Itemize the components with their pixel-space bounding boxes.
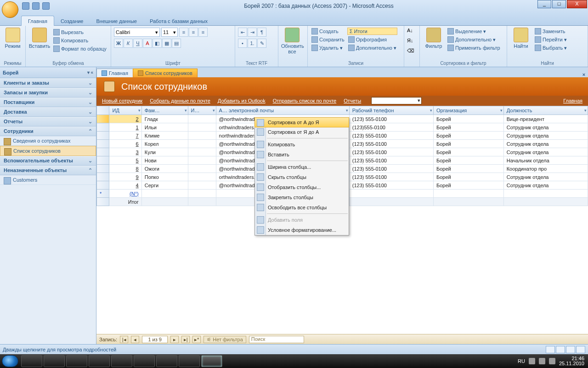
nav-group[interactable]: Поставщики⌄ — [0, 98, 96, 107]
tray-volume-icon[interactable] — [549, 358, 555, 364]
context-menu-item[interactable]: Отобразить столбцы... — [255, 182, 349, 192]
start-button[interactable] — [2, 355, 18, 367]
nav-group[interactable]: Клиенты и заказы⌄ — [0, 78, 96, 88]
redo-icon[interactable] — [42, 2, 50, 10]
taskbar-app4[interactable] — [156, 355, 177, 367]
clock[interactable]: 21:4625.11.2010 — [559, 356, 584, 366]
nav-item[interactable]: Сведения о сотрудниках — [0, 136, 96, 146]
delete-record-button[interactable]: Удалить ▾ — [311, 44, 345, 52]
reports-link[interactable]: Отчеты — [344, 98, 361, 104]
taskbar-media[interactable] — [44, 355, 65, 367]
collect-email-link[interactable]: Собрать данные по почте — [150, 98, 210, 104]
taskbar-app3[interactable] — [134, 355, 155, 367]
select-button[interactable]: Выбрать ▾ — [534, 44, 568, 52]
bold-button[interactable]: Ж — [114, 39, 123, 48]
context-menu-item[interactable]: Сортировка от А до Я — [254, 117, 349, 127]
align-center-icon[interactable]: ≡ — [189, 28, 198, 37]
send-list-link[interactable]: Отправить список по почте — [273, 98, 337, 104]
nav-item[interactable]: Список сотрудников — [0, 146, 96, 156]
underline-button[interactable]: Ч — [133, 39, 142, 48]
minimize-button[interactable]: _ — [537, 0, 551, 8]
refresh-all-button[interactable]: Обновить все — [281, 28, 303, 54]
cut-button[interactable]: Вырезать — [52, 29, 107, 36]
ribbon-tab-home[interactable]: Главная — [21, 16, 54, 26]
advanced-filter-button[interactable]: Дополнительно ▾ — [447, 36, 501, 43]
context-menu-item[interactable]: Копировать — [255, 139, 349, 150]
indent-dec-icon[interactable]: ⇤ — [238, 28, 247, 37]
chevron-left-icon[interactable]: ▾ « — [87, 70, 93, 75]
nav-group[interactable]: Отчеты⌄ — [0, 117, 96, 126]
new-record-nav-button[interactable]: ▸* — [192, 336, 201, 343]
taskbar-word[interactable] — [179, 355, 200, 367]
close-button[interactable]: X — [567, 0, 587, 8]
maximize-button[interactable]: □ — [552, 0, 566, 8]
nav-group[interactable]: Неназначенные объекты⌃ — [0, 166, 96, 175]
context-menu-item[interactable]: Ширина столбца... — [255, 162, 349, 172]
record-position[interactable]: 1 из 9 — [142, 336, 168, 343]
ribbon-tab-external[interactable]: Внешние данные — [90, 16, 143, 26]
nav-group[interactable]: Запасы и закупки⌄ — [0, 88, 96, 98]
save-icon[interactable] — [22, 2, 29, 10]
format-painter-button[interactable]: Формат по образцу — [52, 45, 107, 52]
toggle-filter-button[interactable]: Применить фильтр — [447, 44, 501, 52]
font-name-combo[interactable]: Calibri▾ — [114, 28, 160, 37]
nav-group[interactable]: Сотрудники⌃ — [0, 126, 96, 136]
next-record-button[interactable]: ▸ — [170, 336, 179, 343]
context-menu-item[interactable]: Скрыть столбцы — [255, 172, 349, 182]
nav-group[interactable]: Доставка⌄ — [0, 107, 96, 117]
column-header[interactable]: Организация▾ — [433, 106, 503, 115]
paste-button[interactable]: Вставить — [28, 28, 51, 49]
column-header[interactable]: И…▾ — [188, 106, 216, 115]
clear-sort-icon[interactable]: ⌫ — [407, 48, 418, 57]
numbering-icon[interactable]: 1. — [248, 39, 257, 48]
find-button[interactable]: Найти — [510, 28, 532, 49]
column-header[interactable]: Должность▾ — [503, 106, 588, 115]
altrow-button[interactable]: ▤ — [172, 39, 181, 48]
new-employee-link[interactable]: Новый сотрудник — [102, 98, 142, 104]
column-header[interactable]: А… электронной почты▾ — [216, 106, 349, 115]
gridlines-button[interactable]: ▦ — [162, 39, 171, 48]
ribbon-tab-dbtools[interactable]: Работа с базами данных — [143, 16, 214, 26]
goto-button[interactable]: Перейти ▾ — [534, 36, 568, 43]
context-menu-item[interactable]: Вставить — [255, 150, 349, 160]
tray-icon[interactable] — [529, 358, 535, 364]
prev-record-button[interactable]: ◂ — [131, 336, 139, 343]
layout-view-icon[interactable] — [566, 346, 575, 353]
font-size-combo[interactable]: 11▾ — [161, 28, 178, 37]
undo-icon[interactable] — [32, 2, 40, 10]
last-record-button[interactable]: ▸| — [181, 336, 190, 343]
indent-inc-icon[interactable]: ⇥ — [248, 28, 257, 37]
ltr-icon[interactable]: ¶ — [257, 28, 266, 37]
first-record-button[interactable]: |◂ — [120, 336, 128, 343]
nav-header[interactable]: Борей ▾ « — [0, 67, 96, 78]
view-button[interactable]: Режим — [3, 28, 23, 49]
reports-combo[interactable] — [371, 97, 422, 104]
column-header[interactable]: Рабочий телефон▾ — [349, 106, 433, 115]
search-box[interactable]: Поиск — [249, 336, 304, 343]
spelling-button[interactable]: Орфография — [347, 36, 397, 43]
context-menu-item[interactable]: Освободить все столбцы — [255, 202, 349, 213]
no-filter-indicator[interactable]: ⚟ Нет фильтра — [204, 336, 246, 343]
more-records-button[interactable]: Дополнительно ▾ — [347, 44, 397, 52]
sort-asc-icon[interactable]: А↓ — [407, 28, 418, 37]
home-link[interactable]: Главная — [563, 98, 582, 104]
taskbar-chrome[interactable] — [66, 355, 87, 367]
design-view-icon[interactable] — [576, 346, 585, 353]
save-record-button[interactable]: Сохранить — [311, 36, 345, 43]
nav-item[interactable]: Customers — [0, 175, 96, 185]
doc-tab-home[interactable]: Главная — [96, 69, 133, 77]
doc-tab-employees[interactable]: Список сотрудников — [133, 69, 198, 77]
datasheet-view-icon[interactable] — [556, 346, 565, 353]
context-menu-item[interactable]: Закрепить столбцы — [255, 192, 349, 202]
language-indicator[interactable]: RU — [518, 358, 525, 364]
taskbar-app2[interactable] — [111, 355, 132, 367]
taskbar-access[interactable] — [201, 355, 222, 367]
taskbar-explorer[interactable] — [21, 355, 42, 367]
fill-color-button[interactable]: ◧ — [153, 39, 162, 48]
font-color-button[interactable]: А — [143, 39, 152, 48]
italic-button[interactable]: К — [124, 39, 133, 48]
selection-filter-button[interactable]: Выделение ▾ — [447, 28, 501, 35]
filter-button[interactable]: Фильтр — [423, 28, 445, 49]
align-left-icon[interactable]: ≡ — [179, 28, 188, 37]
totals-button[interactable]: Σ Итоги — [347, 28, 397, 35]
